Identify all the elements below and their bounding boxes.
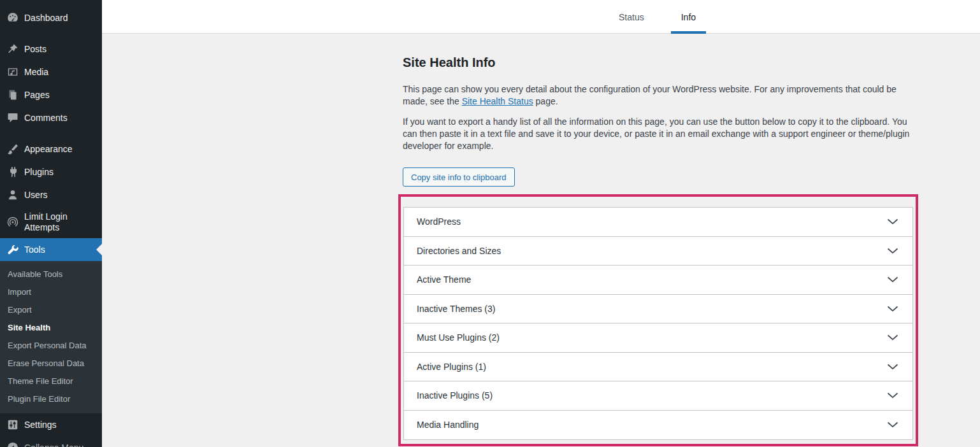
collapse-menu-button[interactable]: Collapse Menu [0, 436, 102, 447]
menu-separator [0, 129, 102, 138]
accordion-section-must-use-plugins[interactable]: Must Use Plugins (2) [404, 323, 912, 353]
sidebar-item-label: Appearance [24, 144, 96, 155]
chevron-down-icon [887, 364, 898, 370]
menu-separator [0, 29, 102, 38]
accordion-section-label: Inactive Plugins (5) [417, 390, 493, 401]
user-icon [6, 188, 19, 201]
sidebar-item-label: Plugins [24, 167, 96, 178]
submenu-item-available-tools[interactable]: Available Tools [0, 266, 102, 283]
comment-icon [6, 111, 19, 124]
sidebar-item-posts[interactable]: Posts [0, 38, 102, 60]
chevron-down-icon [887, 276, 898, 283]
submenu-item-erase-personal-data[interactable]: Erase Personal Data [0, 355, 102, 372]
accordion-section-active-plugins[interactable]: Active Plugins (1) [404, 353, 912, 382]
copy-site-info-button[interactable]: Copy site info to clipboard [403, 167, 515, 187]
sidebar-item-dashboard[interactable]: Dashboard [0, 6, 102, 29]
tab-info[interactable]: Info [671, 0, 706, 34]
sidebar-item-label: Users [24, 190, 96, 201]
submenu-item-site-health[interactable]: Site Health [0, 319, 102, 337]
accordion-section-wordpress[interactable]: WordPress [404, 208, 912, 237]
pin-icon [6, 43, 19, 55]
limit-login-icon [6, 216, 19, 229]
accordion-section-label: WordPress [417, 216, 461, 227]
accordion-section-directories-and-sizes[interactable]: Directories and Sizes [404, 237, 912, 266]
accordion-section-media-handling[interactable]: Media Handling [404, 411, 912, 440]
accordion-section-label: Media Handling [417, 420, 479, 430]
accordion-section-inactive-themes[interactable]: Inactive Themes (3) [404, 295, 912, 324]
export-paragraph: If you want to export a handy list of al… [403, 116, 914, 152]
sidebar-item-label: Settings [24, 420, 96, 430]
brush-icon [6, 143, 19, 155]
chevron-down-icon [887, 334, 898, 341]
sidebar-item-settings[interactable]: Settings [0, 413, 102, 436]
sidebar-item-plugins[interactable]: Plugins [0, 160, 102, 183]
sidebar-item-comments[interactable]: Comments [0, 106, 102, 129]
chevron-down-icon [887, 422, 898, 428]
dashboard-icon [6, 11, 19, 24]
chevron-down-icon [887, 392, 898, 399]
sidebar-item-pages[interactable]: Pages [0, 83, 102, 106]
sidebar-item-label: Collapse Menu [24, 443, 96, 447]
sidebar-item-label: Dashboard [24, 13, 96, 24]
sidebar-item-appearance[interactable]: Appearance [0, 138, 102, 160]
media-icon [6, 66, 19, 78]
sidebar-item-label: Comments [24, 113, 96, 124]
intro-paragraph: This page can show you every detail abou… [403, 83, 914, 108]
sidebar-item-limit-login-attempts[interactable]: Limit Login Attempts [0, 206, 102, 238]
sidebar-item-tools[interactable]: Tools [0, 238, 102, 261]
tools-submenu: Available Tools Import Export Site Healt… [0, 261, 102, 413]
plug-icon [6, 166, 19, 178]
sidebar-item-label: Limit Login Attempts [24, 211, 96, 233]
tab-status[interactable]: Status [609, 0, 654, 34]
pages-icon [6, 89, 19, 101]
current-menu-arrow [96, 244, 102, 255]
submenu-item-export[interactable]: Export [0, 301, 102, 319]
submenu-item-plugin-file-editor[interactable]: Plugin File Editor [0, 390, 102, 408]
wordpress-admin: Dashboard Posts Media Pages Comments App… [0, 0, 980, 447]
sidebar-item-media[interactable]: Media [0, 60, 102, 83]
accordion-section-inactive-plugins[interactable]: Inactive Plugins (5) [404, 381, 912, 411]
accordion-section-label: Must Use Plugins (2) [417, 332, 500, 343]
chevron-down-icon [887, 248, 898, 254]
health-check-tabs: Status Info [609, 0, 706, 34]
sidebar-item-users[interactable]: Users [0, 183, 102, 206]
collapse-arrow-icon [6, 441, 19, 447]
settings-icon [6, 418, 19, 431]
sidebar-item-label: Media [24, 67, 96, 78]
accordion-section-active-theme[interactable]: Active Theme [404, 266, 912, 295]
accordion-section-label: Directories and Sizes [417, 246, 501, 256]
sidebar-item-label: Pages [24, 90, 96, 101]
health-check-header: Status Info [102, 0, 980, 34]
site-health-info-accordion: WordPress Directories and Sizes Active T… [403, 207, 913, 440]
admin-sidebar: Dashboard Posts Media Pages Comments App… [0, 0, 102, 447]
sidebar-item-label: Tools [24, 245, 96, 255]
accordion-section-label: Active Plugins (1) [417, 362, 486, 372]
submenu-item-theme-file-editor[interactable]: Theme File Editor [0, 372, 102, 390]
accordion-section-label: Active Theme [417, 274, 471, 285]
content-area: Status Info Site Health Info This page c… [102, 0, 980, 447]
sidebar-item-label: Posts [24, 44, 96, 55]
submenu-item-export-personal-data[interactable]: Export Personal Data [0, 337, 102, 355]
page-title: Site Health Info [403, 55, 496, 70]
intro-text-after: page. [533, 96, 558, 106]
chevron-down-icon [887, 306, 898, 312]
accordion-section-label: Inactive Themes (3) [417, 304, 495, 314]
wrench-icon [6, 243, 19, 256]
site-health-status-link[interactable]: Site Health Status [462, 96, 533, 106]
chevron-down-icon [887, 218, 898, 225]
submenu-item-import[interactable]: Import [0, 283, 102, 301]
